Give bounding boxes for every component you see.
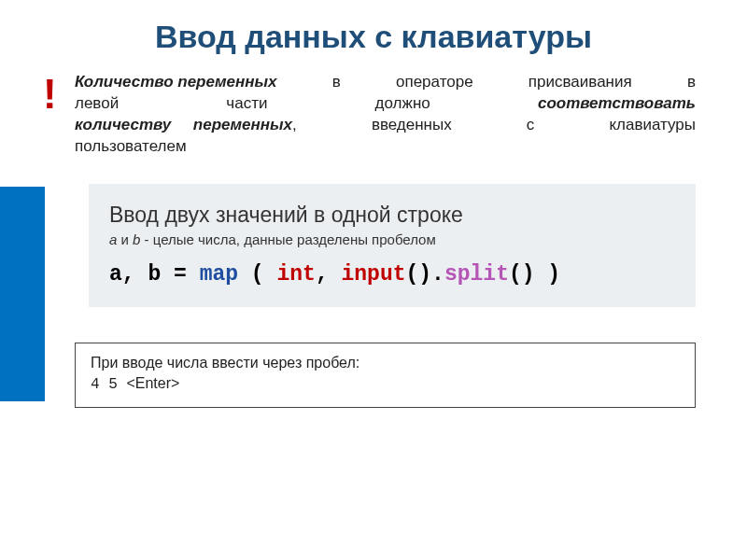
callout-text: присваивания	[529, 72, 632, 93]
code-kw-int: int	[276, 262, 315, 287]
example-box: При вводе числа ввести через пробел: 4 5…	[75, 343, 696, 408]
slide: Ввод данных с клавиатуры ! Количество пе…	[0, 0, 747, 560]
code-box-heading: Ввод двух значений в одной строке	[109, 203, 675, 228]
code-token: ().	[406, 262, 444, 287]
callout-text: левой	[75, 93, 119, 115]
callout-text: в	[332, 72, 341, 93]
code-token: (	[238, 262, 276, 287]
code-token: a, b =	[109, 262, 200, 287]
example-enter: <Enter>	[126, 375, 179, 391]
exclamation-icon: !	[43, 74, 57, 115]
callout-em: переменных	[193, 116, 292, 133]
accent-stripe	[0, 187, 45, 401]
callout-line-4: пользователем	[75, 136, 696, 158]
callout-text: клавиатуры	[609, 115, 696, 136]
callout-line-1: Количество переменных в операторе присва…	[75, 72, 696, 93]
sub-text: и	[117, 231, 133, 247]
callout-line-3: количеству переменных, введенных с клави…	[75, 115, 696, 136]
example-input: 4 5	[91, 376, 126, 393]
code-token: () )	[509, 262, 560, 287]
code-box-sub: a и b - целые числа, данные разделены пр…	[109, 231, 675, 247]
callout-em: количеству	[75, 116, 171, 133]
code-line: a, b = map ( int, input().split() )	[109, 262, 675, 287]
callout-text: части	[226, 93, 267, 115]
callout-text: операторе	[396, 72, 473, 93]
callout-text: с	[527, 115, 535, 136]
code-kw-map: map	[200, 262, 238, 287]
callout-text: введенных	[372, 115, 452, 136]
code-kw-input: input	[342, 262, 406, 287]
code-box: Ввод двух значений в одной строке a и b …	[89, 184, 696, 307]
example-line-2: 4 5 <Enter>	[91, 373, 680, 395]
callout-em: Количество переменных	[75, 72, 276, 93]
sub-text: - целые числа, данные разделены пробелом	[140, 231, 435, 247]
code-token: ,	[316, 262, 342, 287]
callout-em: соответствовать	[538, 93, 696, 115]
callout-block: ! Количество переменных в операторе прис…	[75, 72, 696, 158]
slide-title: Ввод данных с клавиатуры	[0, 0, 747, 72]
callout-text: ,	[292, 116, 297, 133]
example-line-1: При вводе числа ввести через пробел:	[91, 353, 680, 373]
callout-text: должно	[375, 93, 430, 115]
callout-line-2: левой части должно соответствовать	[75, 93, 696, 115]
callout-text: в	[687, 72, 696, 93]
code-kw-split: split	[444, 262, 509, 287]
